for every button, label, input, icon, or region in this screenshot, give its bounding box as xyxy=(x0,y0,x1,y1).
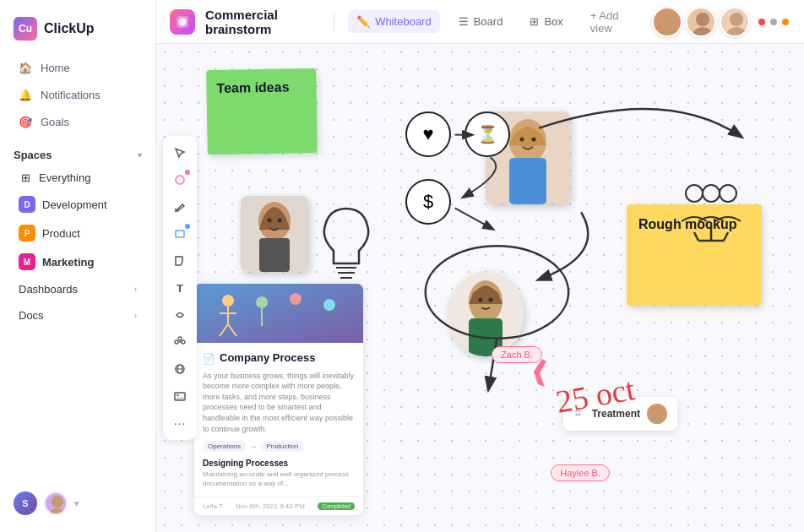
user-chevron-icon: ▾ xyxy=(74,498,79,509)
card-header-image xyxy=(194,284,363,343)
cursor-tool[interactable] xyxy=(168,141,192,165)
user-photo[interactable] xyxy=(44,491,68,515)
svg-point-8 xyxy=(730,13,743,26)
chevron-right-icon2: › xyxy=(134,311,137,320)
svg-point-56 xyxy=(323,299,335,311)
svg-point-38 xyxy=(720,185,736,202)
card-badge: Completed xyxy=(318,502,355,510)
whiteboard-canvas[interactable]: T ··· Team ideas Rough mockup xyxy=(156,44,804,532)
sidebar-item-everything[interactable]: ⊞ Everything xyxy=(5,166,150,189)
main-area: Commercial brainstorm ✏️ Whiteboard ☰ Bo… xyxy=(156,0,804,532)
status-dot-orange xyxy=(782,19,789,25)
bell-icon: 🔔 xyxy=(19,88,32,101)
connection-tool[interactable] xyxy=(168,330,192,354)
svg-point-5 xyxy=(659,27,679,37)
nav-item-notifications[interactable]: 🔔 Notifications xyxy=(5,82,150,107)
svg-point-62 xyxy=(650,416,664,424)
person-image-3 xyxy=(241,196,308,272)
card-footer: Leila T Nov 8th, 2021 9:42 PM Completed xyxy=(194,497,363,515)
card-body: 📄 Company Process As your business grows… xyxy=(194,343,363,497)
add-view-button[interactable]: + Add view xyxy=(582,4,642,40)
sidebar-item-marketing[interactable]: M Marketing xyxy=(5,248,150,275)
haylee-label: Haylee B. xyxy=(551,464,610,481)
text-tool[interactable]: T xyxy=(168,276,192,300)
spaces-section-header: Spaces ▾ xyxy=(0,142,155,165)
heart-icon-circle: ♥ xyxy=(405,111,451,157)
collaborators-row xyxy=(652,7,790,37)
card-subtitle: Designing Processes xyxy=(203,459,355,468)
home-icon: 🏠 xyxy=(19,61,32,74)
chevron-icon: ▾ xyxy=(138,150,142,160)
svg-point-34 xyxy=(268,219,272,223)
sticky-note-tool[interactable] xyxy=(168,249,192,273)
svg-point-14 xyxy=(178,337,182,340)
card-author: Leila T xyxy=(203,502,223,510)
sidebar-item-product[interactable]: P Product xyxy=(5,220,150,247)
svg-point-12 xyxy=(175,340,178,344)
sticky-note-team-ideas[interactable]: Team ideas xyxy=(206,68,318,155)
svg-point-3 xyxy=(178,18,187,26)
image-tool[interactable] xyxy=(168,384,192,408)
tab-box[interactable]: ⊞ Box xyxy=(521,10,571,33)
card-subdesc: Maintaining accurate and well organized … xyxy=(203,470,355,488)
chevron-right-icon: › xyxy=(134,285,137,294)
dollar-icon-circle: $ xyxy=(405,179,451,225)
logo-text: ClickUp xyxy=(44,21,95,36)
collaborator-avatar-1 xyxy=(652,7,682,37)
product-dot: P xyxy=(19,225,35,242)
development-dot: D xyxy=(19,196,35,213)
nav-item-goals[interactable]: 🎯 Goals xyxy=(5,109,150,134)
user-avatar[interactable]: S xyxy=(14,491,37,515)
more-tool[interactable]: ··· xyxy=(168,411,192,435)
sticky-note-text: Team ideas xyxy=(216,79,289,95)
svg-point-0 xyxy=(52,496,63,508)
svg-point-31 xyxy=(489,298,493,302)
sidebar-item-dashboards[interactable]: Dashboards › xyxy=(5,277,150,301)
pencil-marker-icon xyxy=(530,355,555,388)
whiteboard-tab-icon: ✏️ xyxy=(356,15,370,28)
svg-line-42 xyxy=(724,232,728,241)
svg-point-4 xyxy=(662,13,676,26)
svg-point-6 xyxy=(696,13,709,26)
logo-area: Cu ClickUp xyxy=(0,10,155,54)
card-title: Company Process xyxy=(220,351,315,364)
svg-point-48 xyxy=(222,295,234,307)
card-description: As your business grows, things will inev… xyxy=(203,371,355,435)
board-tab-icon: ☰ xyxy=(459,15,469,28)
transform-tool[interactable] xyxy=(168,303,192,327)
card-date: Nov 8th, 2021 9:42 PM xyxy=(236,502,305,510)
breadcrumb-icon xyxy=(170,9,195,35)
svg-point-10 xyxy=(176,176,184,184)
topbar: Commercial brainstorm ✏️ Whiteboard ☰ Bo… xyxy=(156,0,804,44)
treatment-avatar xyxy=(647,404,667,424)
shape-tool[interactable] xyxy=(168,168,192,192)
hourglass-icon-circle: ⏳ xyxy=(464,111,510,157)
svg-point-13 xyxy=(182,340,185,344)
company-process-card[interactable]: 📄 Company Process As your business grows… xyxy=(194,284,363,515)
collaborator-avatar-2 xyxy=(686,7,716,37)
pencil-tool[interactable] xyxy=(168,195,192,219)
tab-board[interactable]: ☰ Board xyxy=(450,10,512,33)
svg-point-61 xyxy=(652,406,662,416)
tab-whiteboard[interactable]: ✏️ Whiteboard xyxy=(348,10,439,33)
flow-arrow-icon: → xyxy=(249,442,258,451)
svg-point-25 xyxy=(520,138,524,142)
status-dot-red xyxy=(758,19,765,25)
svg-point-37 xyxy=(703,185,720,202)
nav-item-home[interactable]: 🏠 Home xyxy=(5,55,150,80)
bottom-user-area: S ▾ xyxy=(0,485,155,522)
card-flow: Operations → Production xyxy=(203,441,355,452)
sidebar: Cu ClickUp 🏠 Home 🔔 Notifications 🎯 Goal… xyxy=(0,0,156,532)
sidebar-item-docs[interactable]: Docs › xyxy=(5,303,150,328)
flow-from: Operations xyxy=(203,441,246,452)
svg-rect-23 xyxy=(509,158,546,204)
status-dot-gray xyxy=(770,19,777,25)
svg-point-26 xyxy=(532,138,536,142)
lightbulb-sketch xyxy=(308,196,384,297)
spaces-label: Spaces xyxy=(14,149,52,161)
svg-point-35 xyxy=(278,219,282,223)
sidebar-item-development[interactable]: D Development xyxy=(5,191,150,218)
svg-rect-11 xyxy=(176,231,184,237)
rectangle-tool[interactable] xyxy=(168,222,192,246)
globe-tool[interactable] xyxy=(168,357,192,381)
